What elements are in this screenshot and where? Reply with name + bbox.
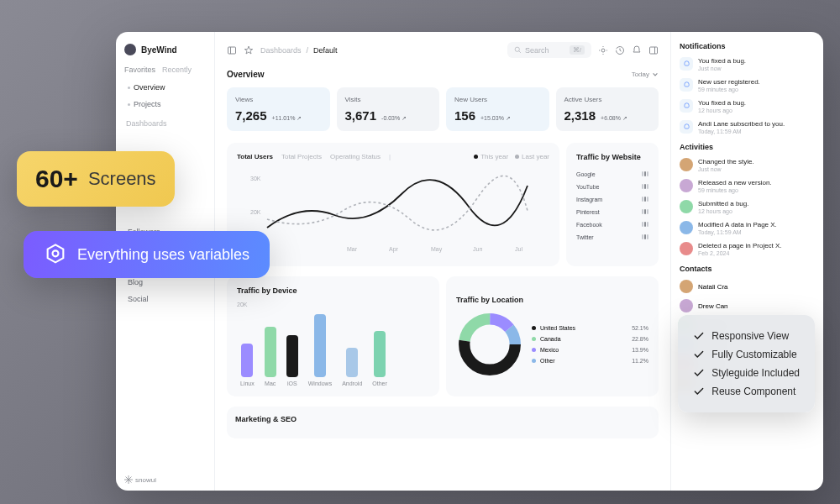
snowflake-icon: [124, 475, 133, 484]
legend-this-year: This year: [474, 153, 508, 160]
tab-total-users[interactable]: Total Users: [237, 153, 273, 160]
notifications-title: Notifications: [680, 42, 815, 50]
footer-brand: snowui: [124, 475, 156, 484]
activity-avatar: [680, 158, 693, 171]
notif-icon: [680, 99, 693, 113]
search-input[interactable]: Search ⌘/: [507, 42, 591, 58]
kpi-row: Views7,265+11.01% ↗ Visits3,671-0.03% ↗ …: [227, 87, 659, 131]
svg-text:30K: 30K: [250, 176, 261, 181]
activities-title: Activities: [680, 143, 815, 151]
location-row: Mexico13.9%: [532, 344, 648, 355]
sidebar-section-dashboards: Dashboards: [126, 119, 206, 128]
marketing-seo-card: Marketing & SEO: [227, 407, 659, 438]
avatar: [124, 44, 136, 55]
notification-item[interactable]: New user registered.59 minutes ago: [680, 78, 815, 92]
svg-rect-9: [650, 47, 658, 54]
overlay-variables-badge: Everything uses variables: [24, 231, 270, 278]
sun-icon[interactable]: [598, 45, 608, 55]
svg-rect-0: [228, 47, 236, 54]
svg-text:20K: 20K: [250, 209, 261, 215]
svg-text:Mar: Mar: [347, 246, 358, 252]
device-bar: Mac: [265, 327, 276, 386]
total-users-chart: Total Users Total Projects Operating Sta…: [227, 143, 559, 266]
hexagon-icon: [44, 243, 67, 266]
feature-row: Styleguide Included: [693, 364, 800, 382]
kpi-visits[interactable]: Visits3,671-0.03% ↗: [337, 87, 440, 131]
activity-item[interactable]: Submitted a bug.12 hours ago: [680, 200, 815, 214]
kpi-active-users[interactable]: Active Users2,318+6.08% ↗: [556, 87, 659, 131]
crumb-dashboards[interactable]: Dashboards: [260, 46, 302, 55]
svg-text:Jun: Jun: [473, 246, 482, 252]
contact-avatar: [680, 299, 693, 312]
tab-total-projects[interactable]: Total Projects: [281, 153, 322, 160]
activity-item[interactable]: Changed the style.Just now: [680, 158, 815, 172]
device-bar: Android: [342, 348, 362, 386]
main: Dashboards / Default Search ⌘/ Overview …: [215, 32, 670, 491]
traffic-device-title: Traffic by Device: [237, 286, 429, 295]
history-icon[interactable]: [615, 45, 625, 55]
sidebar-item-overview[interactable]: Overview: [124, 79, 206, 96]
overlay-screens-badge: 60+ Screens: [17, 151, 175, 207]
notif-icon: [680, 78, 693, 92]
notification-item[interactable]: Andi Lane subscribed to you.Today, 11:59…: [680, 120, 815, 134]
traffic-row: Pinterest: [576, 206, 648, 218]
tab-operating-status[interactable]: Operating Status: [330, 153, 381, 160]
sidebar-toggle-icon[interactable]: [227, 45, 237, 55]
activity-item[interactable]: Modified A data in Page X.Today, 11:59 A…: [680, 221, 815, 235]
svg-point-4: [601, 49, 605, 52]
location-row: Other11.2%: [532, 355, 648, 366]
breadcrumb: Dashboards / Default: [260, 46, 338, 55]
right-panel: Notifications You fixed a bug.Just nowNe…: [670, 32, 823, 491]
activity-item[interactable]: Deleted a page in Project X.Feb 2, 2024: [680, 242, 815, 256]
sidebar-tabs: Favorites Recently: [124, 66, 206, 74]
marketing-seo-title: Marketing & SEO: [235, 415, 650, 423]
traffic-device-card: Traffic by Device 20K LinuxMaciOSWindows…: [227, 276, 439, 396]
activity-avatar: [680, 221, 693, 234]
traffic-website-card: Traffic by Website GoogleYouTubeInstagra…: [566, 143, 659, 266]
check-icon: [693, 367, 705, 379]
device-bar: Linux: [240, 344, 255, 386]
traffic-location-title: Traffic by Location: [456, 296, 648, 304]
device-bar: Windows: [308, 314, 332, 386]
activity-avatar: [680, 200, 693, 213]
crumb-default[interactable]: Default: [313, 46, 338, 55]
contact-avatar: [680, 280, 693, 293]
search-icon: [514, 46, 522, 54]
svg-line-3: [519, 51, 521, 53]
sidebar-item-social[interactable]: Social: [124, 291, 206, 307]
svg-text:Apr: Apr: [389, 246, 399, 253]
activity-item[interactable]: Released a new version.59 minutes ago: [680, 179, 815, 193]
line-chart: 30K 20K Mar Apr May Jun Jul: [237, 169, 549, 253]
location-row: Canada22.8%: [532, 333, 648, 344]
star-icon[interactable]: [244, 45, 254, 55]
notification-item[interactable]: You fixed a bug.Just now: [680, 57, 815, 71]
activity-avatar: [680, 242, 693, 255]
traffic-row: Twitter: [576, 231, 648, 244]
chart-tabs: Total Users Total Projects Operating Sta…: [237, 153, 549, 160]
traffic-location-card: Traffic by Location United States52.1%Ca…: [446, 276, 659, 396]
contact-item[interactable]: Natali Cra: [680, 280, 815, 293]
tab-favorites[interactable]: Favorites: [124, 66, 155, 74]
tab-recently[interactable]: Recently: [162, 66, 192, 74]
screens-label: Screens: [88, 168, 156, 190]
panel-right-icon[interactable]: [648, 45, 659, 55]
kpi-new-users[interactable]: New Users156+15.03% ↗: [446, 87, 549, 131]
overview-header: Overview Today: [227, 70, 659, 79]
notif-icon: [680, 57, 693, 71]
check-icon: [693, 349, 705, 360]
bell-icon[interactable]: [632, 45, 642, 55]
traffic-row: YouTube: [576, 181, 648, 193]
date-filter[interactable]: Today: [632, 71, 659, 78]
kpi-views[interactable]: Views7,265+11.01% ↗: [227, 87, 330, 131]
check-icon: [693, 386, 705, 397]
brand-name: ByeWind: [141, 45, 177, 55]
feature-row: Reuse Component: [693, 382, 800, 401]
notification-item[interactable]: You fixed a bug.12 hours ago: [680, 99, 815, 113]
svg-text:Jul: Jul: [515, 246, 522, 252]
brand[interactable]: ByeWind: [124, 44, 206, 55]
sidebar-item-projects[interactable]: Projects: [124, 96, 206, 113]
contact-item[interactable]: Drew Can: [680, 299, 815, 312]
check-icon: [693, 330, 705, 342]
feature-row: Responsive View: [693, 327, 800, 345]
screens-count: 60+: [35, 165, 78, 193]
